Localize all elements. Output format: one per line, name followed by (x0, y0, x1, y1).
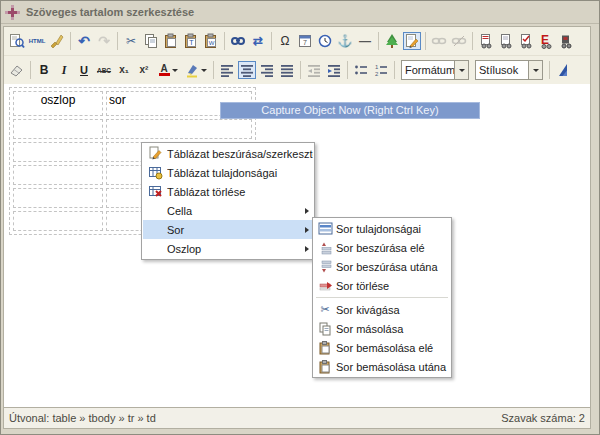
insert-row-after-icon (314, 260, 336, 274)
menu-item-label: Sor másolása (336, 323, 450, 335)
toolbar-row-2: B I U ABC x₁ x² A 12 (4, 56, 590, 84)
svg-text:1: 1 (375, 64, 379, 70)
replace-button[interactable]: ⇄ (249, 32, 267, 50)
align-right-icon (259, 62, 275, 78)
cut-button[interactable]: ✂ (122, 32, 140, 50)
anchor-button[interactable]: ⚓ (336, 32, 354, 50)
preview-button[interactable] (8, 32, 26, 50)
calendar-icon: 7 (297, 33, 313, 49)
element-path[interactable]: Útvonal: table » tbody » tr » td (9, 412, 156, 424)
remove-format-button[interactable] (8, 61, 26, 79)
italic-icon: I (62, 63, 67, 78)
submenu-item-cut-row[interactable]: ✂ Sor kivágása (314, 300, 450, 319)
menu-item-delete-table[interactable]: Táblázat törlése (143, 182, 313, 201)
custom-document-5-button[interactable] (557, 32, 575, 50)
superscript-button[interactable]: x² (135, 61, 153, 79)
submenu-item-paste-row-after[interactable]: Sor bemásolása utána (314, 357, 450, 376)
outdent-icon (306, 62, 322, 78)
horizontal-rule-button[interactable]: — (356, 32, 374, 50)
underline-button[interactable]: U (75, 61, 93, 79)
styles-dropdown-button[interactable] (528, 61, 542, 79)
custom-document-2-button[interactable] (497, 32, 515, 50)
insert-time-button[interactable] (316, 32, 334, 50)
clean-formatting-button[interactable] (48, 32, 66, 50)
text-color-button[interactable]: A (155, 61, 181, 79)
paste-as-text-button[interactable]: T (182, 32, 200, 50)
table-cell[interactable] (106, 119, 252, 139)
omega-icon: Ω (281, 35, 290, 47)
toolbar-separator (549, 61, 550, 79)
highlight-color-button[interactable] (183, 61, 209, 79)
table-context-menu: Táblázat beszúrása/szerkesztése Táblázat… (141, 142, 315, 260)
indent-button[interactable] (325, 61, 343, 79)
submenu-item-copy-row[interactable]: Sor másolása (314, 319, 450, 338)
table-cell[interactable]: oszlop (13, 91, 103, 116)
html-source-button[interactable]: HTML (28, 32, 46, 50)
row-submenu: Sor tulajdonságai Sor beszúrása elé Sor … (312, 217, 452, 378)
menu-item-label: Táblázat törlése (167, 186, 313, 198)
menu-item-table-properties[interactable]: Táblázat tulajdonságai (143, 163, 313, 182)
copy-button[interactable] (142, 32, 160, 50)
custom-document-4-button[interactable]: E (537, 32, 555, 50)
delete-row-icon (314, 279, 336, 292)
replace-icon: ⇄ (253, 35, 263, 47)
table-cell[interactable] (13, 188, 103, 208)
paste-button[interactable] (162, 32, 180, 50)
edit-document-button[interactable] (403, 32, 421, 50)
format-dropdown[interactable]: Formátum (401, 60, 469, 80)
preview-icon (9, 33, 25, 49)
insert-image-button[interactable] (383, 32, 401, 50)
titlebar[interactable]: Szöveges tartalom szerkesztése (1, 1, 599, 24)
format-dropdown-value: Formátum (402, 64, 454, 76)
styles-dropdown[interactable]: Stílusok (475, 60, 543, 80)
align-left-button[interactable] (218, 61, 236, 79)
toolbar-row-1: HTML ↶ ↷ ✂ T W ⇄ Ω 7 ⚓ — (4, 27, 590, 56)
format-dropdown-button[interactable] (454, 61, 468, 79)
menu-item-row[interactable]: Sor (143, 220, 313, 239)
submenu-item-insert-row-after[interactable]: Sor beszúrása utána (314, 257, 450, 276)
table-cell[interactable] (13, 165, 103, 185)
numbered-list-button[interactable]: 12 (372, 61, 390, 79)
undo-button[interactable]: ↶ (75, 32, 93, 50)
redo-icon: ↷ (98, 34, 110, 48)
bulleted-list-button[interactable] (352, 61, 370, 79)
menu-item-cell[interactable]: Cella (143, 201, 313, 220)
submenu-item-row-properties[interactable]: Sor tulajdonságai (314, 219, 450, 238)
insert-date-button[interactable]: 7 (296, 32, 314, 50)
italic-button[interactable]: I (55, 61, 73, 79)
menu-item-label: Oszlop (167, 243, 301, 255)
editor-window: Szöveges tartalom szerkesztése HTML ↶ ↷ … (0, 0, 600, 435)
toolbar-separator (347, 61, 348, 79)
editor-logo-button[interactable] (554, 61, 572, 79)
paste-icon (163, 33, 179, 49)
submenu-item-delete-row[interactable]: Sor törlése (314, 276, 450, 295)
menu-item-label: Sor bemásolása elé (336, 342, 450, 354)
strikethrough-button[interactable]: ABC (95, 61, 113, 79)
link-icon (431, 33, 447, 49)
paste-from-word-button[interactable]: W (202, 32, 220, 50)
bold-button[interactable]: B (35, 61, 53, 79)
highlighter-icon (185, 62, 199, 78)
custom-document-1-button[interactable] (477, 32, 495, 50)
bulleted-list-icon (353, 62, 369, 78)
submenu-item-paste-row-before[interactable]: Sor bemásolása elé (314, 338, 450, 357)
find-button[interactable] (229, 32, 247, 50)
table-cell[interactable] (13, 211, 103, 231)
table-cell[interactable] (13, 142, 103, 162)
horizontal-rule-icon: — (359, 35, 371, 47)
editing-area[interactable]: oszlop sor Capture Object Now (Right Ctr… (4, 84, 590, 408)
align-right-button[interactable] (258, 61, 276, 79)
submenu-item-insert-row-before[interactable]: Sor beszúrása elé (314, 238, 450, 257)
custom-document-3-button[interactable] (517, 32, 535, 50)
table-cell[interactable] (13, 119, 103, 139)
special-character-button[interactable]: Ω (276, 32, 294, 50)
menu-item-insert-table[interactable]: Táblázat beszúrása/szerkesztése (143, 144, 313, 163)
move-handle-icon[interactable] (11, 11, 14, 14)
copy-icon (143, 33, 159, 49)
menu-item-column[interactable]: Oszlop (143, 239, 313, 258)
subscript-button[interactable]: x₁ (115, 61, 133, 79)
eraser-icon (9, 62, 25, 78)
numbered-list-icon: 12 (373, 62, 389, 78)
justify-button[interactable] (278, 61, 296, 79)
align-center-button[interactable] (238, 61, 256, 79)
